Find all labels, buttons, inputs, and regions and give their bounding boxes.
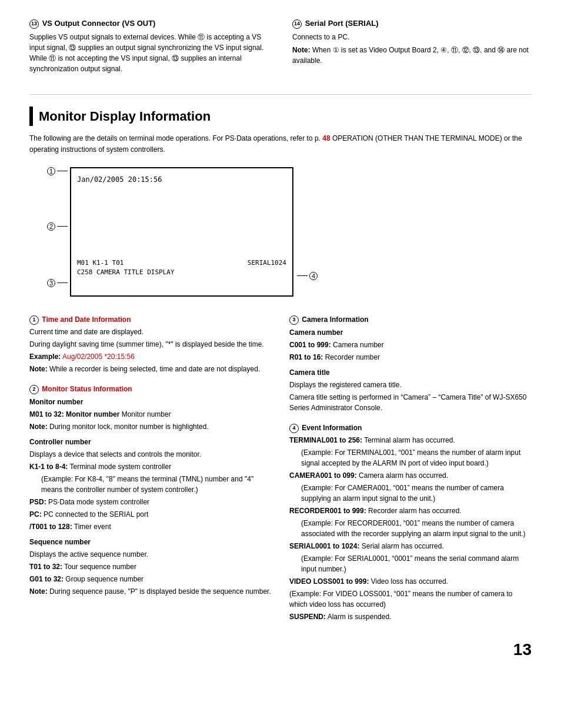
screen-row2: C258 CAMERA TITLE DISPLAY (71, 268, 292, 278)
circled-4-desc: 4 (289, 424, 299, 433)
page-number: 13 (29, 637, 532, 662)
divider (29, 94, 532, 95)
desc1-title: 1 Time and Date Information (29, 314, 272, 325)
screen-row1: M01 K1-1 T01 SERIAL1024 (71, 258, 292, 268)
desc2-t01: T01 to 32: Tour sequence number (29, 561, 272, 572)
desc4-rec001: RECORDER001 to 999: Recorder alarm has o… (289, 506, 532, 516)
desc4-c001: CAMERA001 to 099: Camera alarm has occur… (289, 470, 532, 481)
desc2-t001: /T001 to 128: Timer event (29, 521, 272, 532)
desc3-c001: C001 to 999: Camera number (289, 340, 532, 350)
desc2-sub1-note: Note: During monitor lock, monitor numbe… (29, 421, 272, 432)
label-4: 4 (297, 272, 318, 280)
desc4-t001-ex: (Example: For TERMINAL001, “001” means t… (289, 447, 532, 468)
desc1-body1: Current time and date are displayed. (29, 327, 272, 337)
label-2: 2 (47, 222, 68, 231)
desc3-r01: R01 to 16: Recorder number (289, 352, 532, 363)
desc1-note: Note: While a recorder is being selected… (29, 364, 272, 374)
desc2-k1-ex: (Example: For K8-4, "8" means the termin… (29, 474, 272, 495)
desc2-sub2-intro: Displays a device that selects and contr… (29, 449, 272, 460)
desc4-vid001: VIDEO LOSS001 to 999: Video loss has occ… (289, 576, 532, 587)
desc3-sub2: Camera title (289, 367, 532, 378)
circled-1-label: 1 (47, 167, 55, 175)
desc3-sub2-body2: Camera title setting is performed in “Ca… (289, 392, 532, 413)
desc3-title: 3 Camera Information (289, 314, 532, 325)
desc1-example: Example: Aug/02/2005 *20:15:56 (29, 351, 272, 362)
circled-2-desc: 2 (29, 385, 39, 394)
desc4-c001-ex: (Example: For CAMERA001, “001” means the… (289, 483, 532, 504)
desc2-sub1-body: M01 to 32: Monitor number Monitor number (29, 409, 272, 420)
top-left-panel: 13 VS Output Connector (VS OUT) Supplies… (29, 18, 269, 77)
circled-4-label: 4 (309, 272, 318, 280)
desc4-ser001-ex: (Example: For SERIAL0001, “0001” means t… (289, 553, 532, 574)
monitor-display-title: Monitor Display Information (29, 107, 532, 126)
serial-port-body: Connects to a PC. (292, 32, 532, 42)
desc-event-info: 4 Event Information TERMINAL001 to 256: … (289, 423, 532, 622)
desc2-sub3-note: Note: During sequence pause, "P" is disp… (29, 586, 272, 597)
desc2-sub3-intro: Displays the active sequence number. (29, 549, 272, 560)
screen-row1-left: M01 K1-1 T01 (77, 258, 123, 268)
desc2-sub3: Sequence number (29, 537, 272, 547)
circled-1-desc: 1 (29, 315, 39, 325)
screen-box: Jan/02/2005 20:15:56 M01 K1-1 T01 SERIAL… (70, 167, 293, 297)
screen-timestamp: Jan/02/2005 20:15:56 (77, 174, 162, 185)
vs-output-heading: 13 VS Output Connector (VS OUT) (29, 18, 269, 29)
desc2-g01: G01 to 32: Group sequence number (29, 574, 272, 584)
desc4-ser001: SERIAL0001 to 1024: Serial alarm has occ… (289, 541, 532, 551)
desc2-title: 2 Monitor Status Information (29, 384, 272, 394)
top-section: 13 VS Output Connector (VS OUT) Supplies… (29, 18, 532, 77)
desc-right: 3 Camera Information Camera number C001 … (289, 314, 532, 631)
circled-3-desc: 3 (289, 315, 299, 325)
desc3-sub1: Camera number (289, 327, 532, 338)
circled-14: 14 (292, 19, 302, 29)
desc-monitor-status: 2 Monitor Status Information Monitor num… (29, 384, 272, 597)
desc4-suspend: SUSPEND: Alarm is suspended. (289, 611, 532, 622)
desc4-rec001-ex: (Example: For RECORDER001, “001” means t… (289, 518, 532, 539)
circled-13: 13 (29, 19, 39, 29)
serial-port-note: Note: When ① is set as Video Output Boar… (292, 45, 532, 66)
desc4-title: 4 Event Information (289, 423, 532, 433)
label-1: 1 (47, 167, 68, 175)
desc1-body2: During daylight saving time (summer time… (29, 339, 272, 350)
label-3: 3 (47, 279, 68, 287)
monitor-display-desc: The following are the details on termina… (29, 133, 532, 155)
desc2-sub2: Controller number (29, 437, 272, 447)
desc2-k1: K1-1 to 8-4: Terminal mode system contro… (29, 461, 272, 472)
desc-left: 1 Time and Date Information Current time… (29, 314, 272, 631)
desc-camera-info: 3 Camera Information Camera number C001 … (289, 314, 532, 413)
desc4-vid001-ex: (Example: For VIDEO LOSS001, “001” means… (289, 589, 532, 610)
circled-3-label: 3 (47, 279, 55, 287)
monitor-display-section: Monitor Display Information The followin… (29, 107, 532, 631)
serial-port-heading: 14 Serial Port (SERIAL) (292, 18, 532, 29)
screen-bottom-bar: M01 K1-1 T01 SERIAL1024 C258 CAMERA TITL… (71, 258, 292, 278)
desc2-pc: PC: PC connected to the SERIAL port (29, 509, 272, 520)
screen-row1-right: SERIAL1024 (248, 258, 286, 268)
desc3-sub2-body1: Displays the registered camera title. (289, 380, 532, 390)
desc4-t001: TERMINAL001 to 256: Terminal alarm has o… (289, 435, 532, 446)
circled-2-label: 2 (47, 222, 55, 231)
page-ref-link: 48 (322, 134, 330, 142)
top-right-panel: 14 Serial Port (SERIAL) Connects to a PC… (292, 18, 532, 77)
screen-diagram-container: 1 2 3 Jan/02/2005 20:15:56 M01 K1-1 T01 (47, 167, 532, 297)
desc-time-date: 1 Time and Date Information Current time… (29, 314, 272, 374)
desc2-psd: PSD: PS·Data mode system controller (29, 497, 272, 507)
vs-output-body: Supplies VS output signals to external d… (29, 32, 269, 74)
desc2-sub1: Monitor number (29, 397, 272, 407)
desc-columns: 1 Time and Date Information Current time… (29, 314, 532, 631)
